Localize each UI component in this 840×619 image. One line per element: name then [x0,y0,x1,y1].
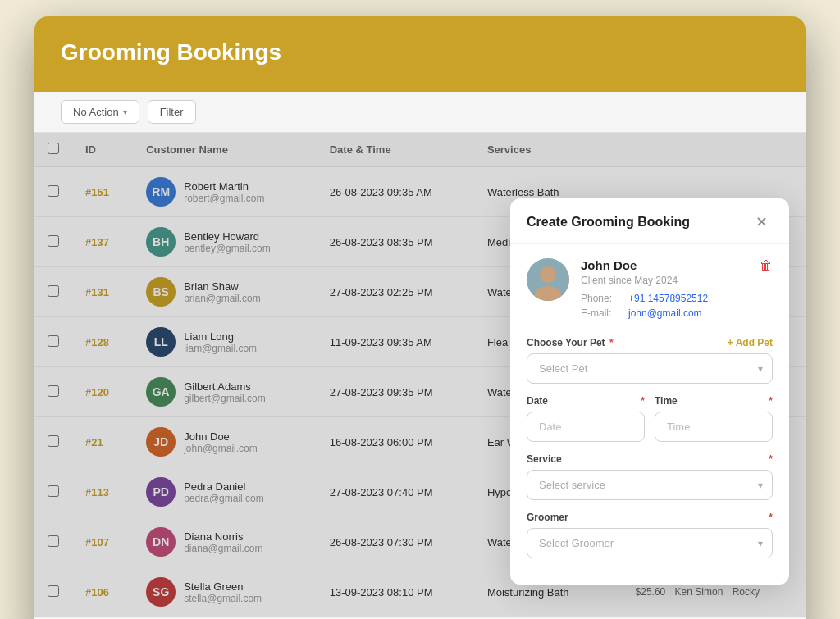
email-label: E-mail: [581,307,622,319]
create-booking-modal: Create Grooming Booking ✕ [510,198,789,585]
row-id: #128 [72,317,133,367]
row-customer: BH Bentley Howard bentley@gmail.com [133,217,317,267]
customer-email: brian@gmail.com [184,293,261,304]
svg-point-2 [535,286,561,301]
phone-row: Phone: +91 14578952512 [581,293,748,304]
svg-point-1 [540,266,556,283]
customer-avatar: GA [146,377,176,407]
date-label: Date * [527,395,645,407]
row-customer: PD Pedra Daniel pedra@gmail.com [133,467,317,517]
customer-avatar: JD [146,427,176,457]
row-checkbox[interactable] [48,335,59,347]
row-date: 27-08-2023 07:40 PM [317,467,474,517]
row-checkbox[interactable] [48,585,59,597]
pet-section: Choose Your Pet * + Add Pet Select Pet ▾ [527,337,773,384]
modal-header: Create Grooming Booking ✕ [510,198,789,244]
groomer-label: Groomer * [527,512,773,523]
header-date-time: Date & Time [317,133,474,167]
pet-label: Choose Your Pet * + Add Pet [527,337,773,348]
customer-info: John Doe john@gmail.com [184,430,258,454]
row-checkbox[interactable] [48,285,59,297]
row-customer: SG Stella Green stella@gmail.com [133,567,317,617]
customer-email: bentley@gmail.com [184,243,271,254]
client-details: John Doe Client since May 2024 Phone: +9… [581,258,748,322]
row-id: #120 [72,367,133,417]
row-checkbox-cell [34,217,72,267]
row-checkbox[interactable] [48,185,59,197]
row-date: 16-08-2023 06:00 PM [317,417,474,467]
delete-client-icon[interactable]: 🗑 [760,258,773,273]
dropdown-arrow-icon: ▾ [123,107,127,116]
row-date: 27-08-2023 09:35 PM [317,367,474,417]
date-input[interactable] [527,412,645,442]
modal-close-button[interactable]: ✕ [751,213,773,231]
row-customer: BS Brian Shaw brian@gmail.com [133,267,317,317]
bookings-table-container: ID Customer Name Date & Time Services #1… [34,133,806,617]
row-checkbox[interactable] [48,235,59,247]
header-extra [623,133,806,167]
row-id: #21 [72,417,133,467]
table-header-row: ID Customer Name Date & Time Services [34,133,806,167]
row-date: 27-08-2023 02:25 PM [317,267,474,317]
row-customer: GA Gilbert Adams gilbert@gmail.com [133,367,317,417]
modal-title: Create Grooming Booking [527,215,690,230]
avatar-image [527,258,569,301]
customer-avatar: PD [146,477,176,507]
filter-button[interactable]: Filter [148,100,196,124]
client-name: John Doe [581,258,748,272]
phone-label: Phone: [581,293,622,304]
customer-name: Robert Martin [184,180,264,193]
time-input[interactable] [655,412,773,442]
pet-select[interactable]: Select Pet [527,353,773,384]
customer-email: diana@gmail.com [184,543,262,554]
customer-name: Bentley Howard [184,230,271,243]
modal-body: John Doe Client since May 2024 Phone: +9… [510,244,789,585]
row-checkbox[interactable] [48,535,59,547]
row-checkbox-cell [34,317,72,367]
add-pet-link[interactable]: + Add Pet [728,337,773,348]
row-id: #107 [72,517,133,567]
customer-info: Diana Norris diana@gmail.com [184,530,262,554]
groomer-section: Groomer * Select Groomer ▾ [527,512,773,558]
time-label: Time * [655,395,773,407]
row-date: 11-09-2023 09:35 AM [317,317,474,367]
row-checkbox[interactable] [48,485,59,497]
row-id: #106 [72,567,133,617]
row-id: #137 [72,217,133,267]
customer-avatar: RM [146,177,176,207]
header-checkbox-col [34,133,72,167]
customer-email: liam@gmail.com [184,343,257,354]
customer-info: Bentley Howard bentley@gmail.com [184,230,271,254]
customer-avatar: DN [146,527,176,557]
client-card: John Doe Client since May 2024 Phone: +9… [527,258,773,322]
row-date: 13-09-2023 08:10 PM [317,567,474,617]
header-services: Services [474,133,623,167]
customer-info: Liam Long liam@gmail.com [184,330,257,354]
row-checkbox[interactable] [48,435,59,447]
customer-info: Stella Green stella@gmail.com [184,580,262,604]
row-checkbox[interactable] [48,385,59,397]
customer-name: Gilbert Adams [184,380,266,393]
device-frame: Grooming Bookings No Action ▾ Filter ID … [34,16,806,619]
customer-email: robert@gmail.com [184,193,264,204]
customer-avatar: LL [146,327,176,357]
row-customer: RM Robert Martin robert@gmail.com [133,167,317,217]
client-contact: Phone: +91 14578952512 E-mail: john@gmai… [581,293,748,319]
email-row: E-mail: john@gmail.com [581,307,748,319]
select-all-checkbox[interactable] [48,143,59,154]
header-customer-name: Customer Name [133,133,317,167]
customer-name: John Doe [184,430,258,443]
row-id: #113 [72,467,133,517]
no-action-button[interactable]: No Action ▾ [61,100,139,124]
groomer-select[interactable]: Select Groomer [527,528,773,558]
customer-info: Brian Shaw brian@gmail.com [184,280,261,304]
row-checkbox-cell [34,517,72,567]
row-customer: JD John Doe john@gmail.com [133,417,317,467]
header-id: ID [72,133,133,167]
service-select[interactable]: Select service [527,470,773,500]
customer-info: Pedra Daniel pedra@gmail.com [184,480,264,504]
customer-avatar: SG [146,577,176,607]
row-checkbox-cell [34,367,72,417]
customer-email: gilbert@gmail.com [184,393,266,404]
service-label: Service * [527,453,773,465]
